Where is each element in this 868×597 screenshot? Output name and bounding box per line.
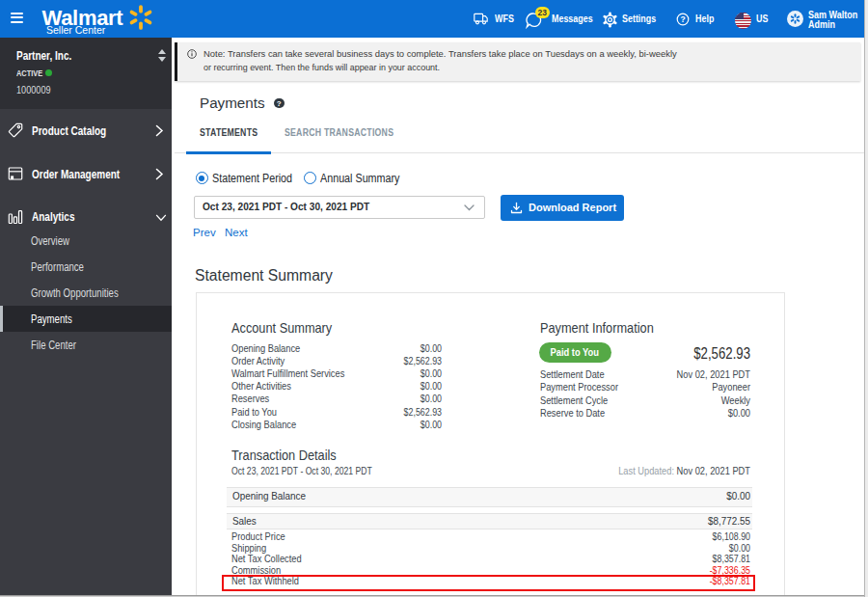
svg-text:?: ?: [680, 14, 685, 24]
